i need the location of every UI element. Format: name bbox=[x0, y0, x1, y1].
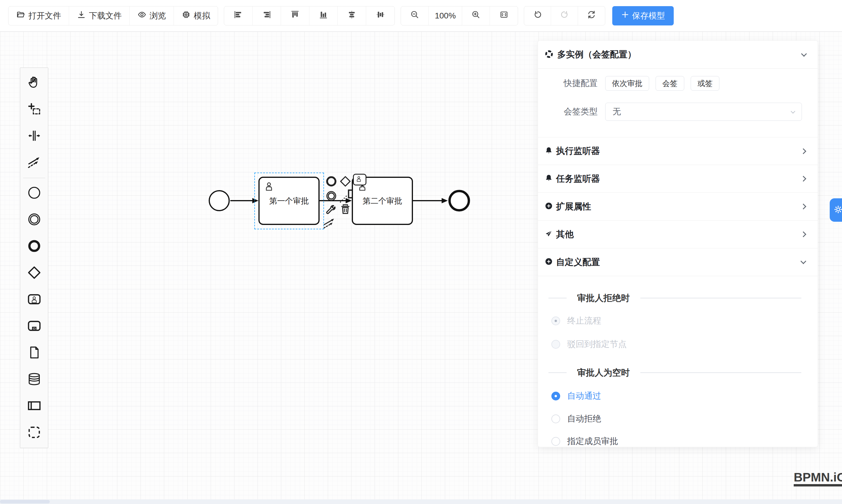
radio-auto-pass[interactable]: 自动通过 bbox=[551, 390, 601, 402]
palette-data-object[interactable] bbox=[20, 340, 48, 366]
bell-icon bbox=[544, 174, 553, 184]
open-file-button[interactable]: 打开文件 bbox=[8, 6, 69, 25]
end-event-icon bbox=[27, 238, 42, 255]
start-event-icon bbox=[27, 185, 42, 201]
palette-data-store[interactable] bbox=[20, 366, 48, 393]
align-center-vertical-button[interactable] bbox=[366, 6, 394, 25]
settings-toggle-tab[interactable] bbox=[830, 198, 842, 222]
radio-designated-member[interactable]: 指定成员审批 bbox=[551, 435, 618, 447]
history-button-group bbox=[524, 6, 605, 25]
radio-icon bbox=[551, 414, 560, 423]
context-pad-append-intermediate-event[interactable] bbox=[325, 190, 338, 203]
start-event-shape[interactable] bbox=[209, 190, 230, 211]
quick-config-orsign-button[interactable]: 或签 bbox=[691, 76, 719, 91]
simulate-chip-icon bbox=[181, 10, 191, 21]
palette-intermediate-event[interactable] bbox=[20, 206, 48, 233]
radio-label: 自动通过 bbox=[567, 390, 601, 402]
gear-icon bbox=[833, 204, 842, 216]
empty-group-title: 审批人为空时 bbox=[538, 365, 818, 380]
align-left-button[interactable] bbox=[224, 6, 252, 25]
section-other[interactable]: 其他 bbox=[538, 220, 818, 248]
align-bottom-button[interactable] bbox=[309, 6, 338, 25]
simulate-label: 模拟 bbox=[194, 10, 210, 21]
align-center-vertical-icon bbox=[375, 10, 385, 22]
file-button-group: 打开文件 下载文件 浏览 模拟 bbox=[8, 6, 218, 25]
section-task-listener[interactable]: 任务监听器 bbox=[538, 165, 818, 193]
plus-circle-icon bbox=[544, 257, 553, 267]
sequence-flow-3[interactable] bbox=[412, 200, 442, 201]
preview-button[interactable]: 浏览 bbox=[130, 6, 174, 25]
space-tool[interactable] bbox=[20, 123, 48, 149]
sign-type-select[interactable]: 无 bbox=[605, 103, 802, 121]
context-pad-append-gateway[interactable] bbox=[339, 175, 352, 189]
reset-icon bbox=[586, 10, 596, 22]
section-execution-listener[interactable]: 执行监听器 bbox=[538, 137, 818, 165]
horizontal-scrollbar-thumb[interactable] bbox=[0, 500, 50, 503]
horizontal-scrollbar[interactable] bbox=[0, 499, 842, 504]
multi-instance-icon bbox=[544, 50, 554, 60]
context-pad-wrench-icon[interactable] bbox=[324, 203, 336, 217]
lasso-tool[interactable] bbox=[20, 96, 48, 123]
save-model-button[interactable]: 保存模型 bbox=[612, 6, 674, 25]
divider-line bbox=[548, 372, 567, 373]
radio-icon bbox=[551, 437, 560, 446]
save-model-label: 保存模型 bbox=[632, 10, 665, 21]
fit-viewport-button[interactable] bbox=[490, 6, 518, 25]
palette-start-event[interactable] bbox=[20, 180, 48, 206]
section-custom-config[interactable]: 自定义配置 bbox=[538, 248, 818, 276]
zoom-in-button[interactable] bbox=[462, 6, 490, 25]
chevron-down-icon[interactable] bbox=[801, 51, 807, 57]
chevron-right-icon bbox=[801, 148, 806, 154]
palette-participant[interactable] bbox=[20, 393, 48, 419]
align-top-icon bbox=[290, 10, 300, 22]
section-extended-properties[interactable]: 扩展属性 bbox=[538, 193, 818, 220]
download-file-button[interactable]: 下载文件 bbox=[69, 6, 130, 25]
palette-subprocess[interactable] bbox=[20, 313, 48, 340]
palette-group[interactable] bbox=[20, 419, 48, 446]
zoom-level[interactable]: 100% bbox=[429, 6, 462, 25]
reset-icon-button[interactable] bbox=[578, 6, 605, 25]
context-pad-append-end-event[interactable] bbox=[325, 175, 338, 189]
align-center-horizontal-button[interactable] bbox=[338, 6, 366, 25]
element-palette bbox=[20, 68, 48, 448]
reject-group-title: 审批人拒绝时 bbox=[538, 291, 818, 305]
align-top-button[interactable] bbox=[281, 6, 309, 25]
context-pad-connect-icon[interactable] bbox=[323, 217, 336, 232]
palette-user-task[interactable] bbox=[20, 286, 48, 313]
plus-circle-icon bbox=[544, 201, 553, 212]
sequence-flow-1[interactable] bbox=[230, 200, 253, 201]
radio-icon bbox=[551, 392, 560, 400]
align-right-button[interactable] bbox=[252, 6, 281, 25]
palette-gateway[interactable] bbox=[20, 260, 48, 286]
chevron-right-icon bbox=[801, 176, 806, 182]
section-label: 执行监听器 bbox=[556, 145, 801, 157]
simulate-button[interactable]: 模拟 bbox=[174, 6, 218, 25]
bell-icon bbox=[544, 146, 553, 156]
preview-eye-icon bbox=[137, 10, 147, 21]
context-pad-append-user-task[interactable] bbox=[353, 174, 366, 185]
radio-terminate-process[interactable]: 终止流程 bbox=[551, 315, 601, 327]
context-pad-append-text-annotation[interactable] bbox=[339, 187, 354, 205]
align-left-icon bbox=[233, 10, 243, 22]
quick-config-sequential-button[interactable]: 依次审批 bbox=[605, 76, 649, 91]
divider-line bbox=[641, 298, 801, 299]
hand-tool[interactable] bbox=[20, 70, 48, 96]
folder-open-icon bbox=[16, 10, 25, 21]
end-event-shape[interactable] bbox=[449, 190, 470, 212]
intermediate-event-icon bbox=[27, 212, 42, 228]
chevron-right-icon bbox=[801, 231, 806, 237]
zoom-out-button[interactable] bbox=[401, 6, 429, 25]
redo-button[interactable] bbox=[551, 6, 578, 25]
download-file-label: 下载文件 bbox=[89, 10, 122, 21]
panel-sections: 执行监听器 任务监听器 扩展属性 其他 自定义配置 bbox=[538, 137, 818, 276]
panel-header[interactable]: 多实例（会签配置） bbox=[538, 41, 818, 69]
context-pad-delete-icon[interactable] bbox=[339, 203, 351, 217]
undo-button[interactable] bbox=[524, 6, 551, 25]
radio-auto-reject[interactable]: 自动拒绝 bbox=[551, 413, 601, 425]
palette-end-event[interactable] bbox=[20, 233, 48, 260]
radio-return-to-node[interactable]: 驳回到指定节点 bbox=[551, 339, 627, 350]
subprocess-icon bbox=[27, 318, 42, 335]
global-connect-tool[interactable] bbox=[20, 149, 48, 176]
sequence-flow-3-arrowhead bbox=[442, 198, 448, 203]
quick-config-countersign-button[interactable]: 会签 bbox=[655, 76, 684, 91]
